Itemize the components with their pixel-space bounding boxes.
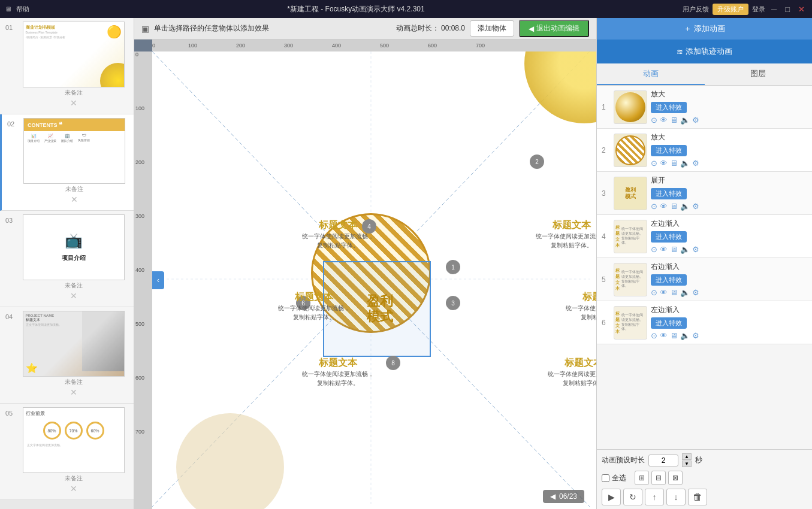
eye-icon-3[interactable]: 👁 [660,202,668,211]
anim-controls-6: ⊙ 👁 🖥 🔈 ⚙ [651,331,807,340]
anim-effect-btn-1[interactable]: 进入特效 [651,102,687,113]
add-track-animation-button[interactable]: ≋ 添加轨迹动画 [597,40,812,63]
visibility-toggle-1[interactable]: ⊙ [651,116,657,125]
sound-icon-3[interactable]: 🔈 [680,202,690,211]
anim-effect-btn-2[interactable]: 进入特效 [651,145,687,156]
anim-num-3: 3 [602,189,614,198]
nav-circle-2[interactable]: 2 [530,154,544,169]
settings-icon-3[interactable]: ⚙ [692,202,699,211]
sound-icon-2[interactable]: 🔈 [680,159,690,168]
screen-icon-5[interactable]: 🖥 [670,288,678,297]
upgrade-button[interactable]: 升级账户 [713,4,748,15]
content-block-botleft[interactable]: 标题文本 统一字体使阅读更加流畅，复制粘贴字体。 [296,357,380,387]
content-block-botright[interactable]: 标题文本 统一字体使阅读更加流畅，复制粘贴字体。 [542,357,596,387]
settings-icon-5[interactable]: ⚙ [692,288,699,297]
visibility-toggle-5[interactable]: ⊙ [651,288,657,297]
content-block-topright[interactable]: 标题文本 统一字体使阅读更加流畅，复制粘贴字体。 [530,219,596,250]
loop-button[interactable]: ↻ [623,489,642,505]
screen-icon-4[interactable]: 🖥 [670,245,678,254]
slide-delete-2[interactable]: ✕ [71,195,78,204]
maximize-button[interactable]: □ [783,5,792,14]
slide-item-2[interactable]: 02 CONTENTS ❝ 📊项目介绍 📈产业业策 🏢团队介绍 🛡风险管控 未备… [0,114,134,211]
visibility-toggle-2[interactable]: ⊙ [651,159,657,168]
settings-icon-1[interactable]: ⚙ [692,116,699,125]
eye-icon-6[interactable]: 👁 [660,331,668,340]
settings-icon-4[interactable]: ⚙ [692,245,699,254]
slide-item-3[interactable]: 03 📺 项目介绍 未备注 ✕ [0,211,134,307]
anim-effect-btn-5[interactable]: 进入特效 [651,274,687,286]
play-button[interactable]: ▶ [602,489,621,505]
slide-item-4[interactable]: 04 PROJECT NAME 标题文本 正文字体使阅读更加流畅。 ⭐ 未备注 … [0,307,134,404]
settings-icon-2[interactable]: ⚙ [692,159,699,168]
nav-circle-1[interactable]: 1 [446,260,460,274]
nav-circle-8[interactable]: 8 [386,356,400,370]
anim-info-4: 左边渐入 进入特效 ⊙ 👁 🖥 🔈 ⚙ [651,219,807,254]
remove-button[interactable]: 🗑 [688,489,707,505]
visibility-toggle-6[interactable]: ⊙ [651,331,657,340]
sound-icon-4[interactable]: 🔈 [680,245,690,254]
slide-delete-5[interactable]: ✕ [70,484,77,493]
screen-icon-2[interactable]: 🖥 [670,159,678,168]
eye-icon-5[interactable]: 👁 [660,288,668,297]
user-feedback-link[interactable]: 用户反馈 [683,5,709,14]
move-down-button[interactable]: ↓ [666,489,686,505]
panel-toggle-arrow[interactable]: ‹ [152,271,164,289]
copy-icon-btn[interactable]: ⊞ [635,471,649,485]
slide-delete-4[interactable]: ✕ [70,387,77,397]
eye-icon-4[interactable]: 👁 [660,245,668,254]
close-button[interactable]: ✕ [796,5,807,14]
screen-icon-6[interactable]: 🖥 [670,331,678,340]
anim-row-5: 5 标题文本 统一字体使阅读更加流畅。复制粘贴字体。 右边渐入 进入特效 ⊙ 👁… [597,258,812,301]
duration-preset-input[interactable] [648,455,678,466]
content-title-tr: 标题文本 [530,219,596,232]
canvas-grid[interactable]: 0 100 200 300 400 500 600 700 0 100 200 … [134,40,596,509]
add-object-button[interactable]: 添加物体 [470,20,514,37]
settings-icon-6[interactable]: ⚙ [692,331,699,340]
login-link[interactable]: 登录 [752,5,765,14]
screen-icon-1[interactable]: 🖥 [670,116,678,125]
anim-num-5: 5 [602,275,614,284]
minimize-button[interactable]: ─ [769,5,779,14]
screen-icon-3[interactable]: 🖥 [670,202,678,211]
exit-edit-button[interactable]: ◀ 退出动画编辑 [519,20,589,37]
visibility-toggle-4[interactable]: ⊙ [651,245,657,254]
slide-delete-3[interactable]: ✕ [70,291,77,301]
content-block-midright[interactable]: 标题文本 统一字体使阅读更加流畅，复制粘贴字体。 [560,291,596,322]
slide-item-5[interactable]: 05 行业前景 80% 70% 60% 正文字体使阅读更加流畅。 未备注 ✕ [0,404,134,500]
select-all-checkbox[interactable] [602,474,609,482]
add-animation-button[interactable]: ＋ 添加动画 [684,23,725,34]
slide-delete-1[interactable]: ✕ [70,98,77,108]
prev-page-icon[interactable]: ◀ [550,492,556,501]
eye-icon-1[interactable]: 👁 [660,116,668,125]
content-block-topleft[interactable]: 标题文本 统一字体使阅读更加流畅，复制粘贴字体。 [296,219,380,250]
center-text-line1: 盈利 [367,293,393,309]
visibility-toggle-3[interactable]: ⊙ [651,202,657,211]
sound-icon-6[interactable]: 🔈 [680,331,690,340]
move-up-button[interactable]: ↑ [645,489,664,505]
stepper-down[interactable]: ▼ [682,460,692,467]
anim-effect-btn-6[interactable]: 进入特效 [651,317,687,329]
nav-circle-3[interactable]: 3 [446,296,460,310]
menu-item-help[interactable]: 帮助 [16,5,29,14]
canvas-content[interactable]: 盈利 模式 1 2 3 4 5 6 7 8 9 标题文本 统一字 [152,51,596,509]
center-text-block[interactable]: 盈利 模式 [338,273,422,345]
page-number: 06/23 [559,492,577,501]
eye-icon-2[interactable]: 👁 [660,159,668,168]
sound-icon-5[interactable]: 🔈 [680,288,690,297]
tab-layer[interactable]: 图层 [705,63,813,85]
paste-icon-btn[interactable]: ⊟ [651,471,666,485]
content-title-bl: 标题文本 [296,357,380,369]
canvas-icon: ▣ [141,24,149,34]
slide-item-1[interactable]: 01 商业计划书模板 Business Plan Template ·项目简介 … [0,18,134,114]
add-animation-header[interactable]: ＋ 添加动画 [597,18,812,40]
stepper-up[interactable]: ▲ [682,453,692,460]
tab-animation[interactable]: 动画 [597,63,705,85]
anim-effect-btn-4[interactable]: 进入特效 [651,231,687,243]
slide-thumb-4: PROJECT NAME 标题文本 正文字体使阅读更加流畅。 ⭐ [23,311,125,377]
duration-stepper: ▲ ▼ [682,453,692,467]
anim-effect-btn-3[interactable]: 进入特效 [651,188,687,199]
anim-row-6: 6 标题文本 统一字体使阅读更加流畅。复制粘贴字体。 左边渐入 进入特效 ⊙ 👁… [597,301,812,344]
sound-icon-1[interactable]: 🔈 [680,116,690,125]
anim-info-5: 右边渐入 进入特效 ⊙ 👁 🖥 🔈 ⚙ [651,262,807,297]
delete-icon-btn[interactable]: ⊠ [668,471,683,485]
